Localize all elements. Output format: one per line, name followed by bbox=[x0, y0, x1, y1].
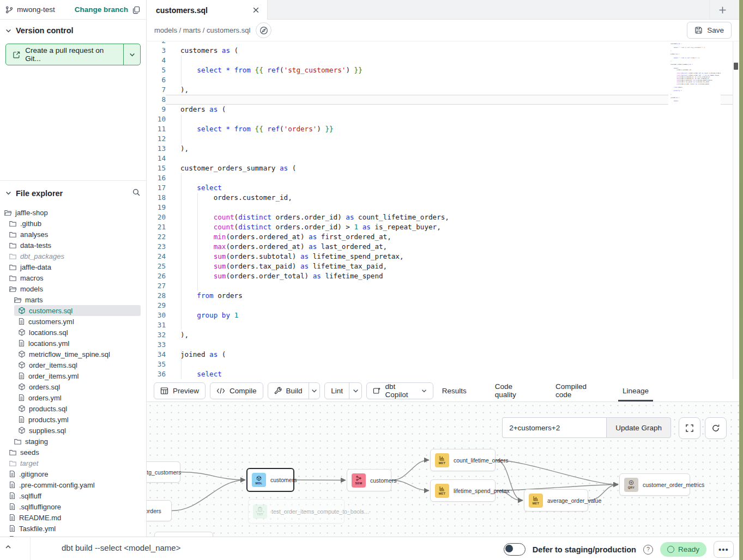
tree-item-Taskfile-yml[interactable]: Taskfile.yml bbox=[0, 523, 146, 534]
lineage-node-tst[interactable]: TSTtest_order_items_compute_to_bools... bbox=[248, 499, 345, 524]
tree-item-jaffle-shop[interactable]: jaffle-shop bbox=[0, 207, 146, 218]
line-number: 25 bbox=[147, 261, 166, 271]
file-icon bbox=[9, 481, 16, 489]
lint-dropdown[interactable] bbox=[349, 383, 361, 399]
tab-code-quality[interactable]: Code quality bbox=[491, 380, 531, 401]
lineage-selector-input[interactable] bbox=[502, 417, 606, 438]
scrollbar-thumb[interactable] bbox=[734, 63, 738, 70]
lineage-panel[interactable]: MDLstg_customersMDLordersMDLcustomersTST… bbox=[147, 401, 739, 537]
dbt-copilot-button[interactable]: dbt Copilot bbox=[366, 382, 433, 399]
tree-item-dbt-packages[interactable]: dbt_packages bbox=[0, 251, 146, 261]
minimap[interactable]: customers as ( select * from {{ ref('stg… bbox=[668, 41, 721, 123]
tab-compiled-code[interactable]: Compiled code bbox=[551, 380, 599, 401]
tree-item-order-items-sql[interactable]: order_items.sql bbox=[0, 360, 146, 370]
tree-item-staging[interactable]: staging bbox=[0, 436, 146, 447]
editor-scrollbar[interactable] bbox=[733, 41, 739, 379]
tab-customers-sql[interactable]: customers.sql bbox=[147, 0, 268, 20]
preview-label: Preview bbox=[173, 387, 199, 395]
code-line-13: 13), bbox=[147, 144, 739, 154]
build-button[interactable]: Build bbox=[268, 383, 309, 399]
fullscreen-button[interactable] bbox=[679, 417, 700, 439]
command-input[interactable]: dbt build --select <model_name> bbox=[62, 543, 180, 552]
code-line-5: 5 select * from {{ ref('stg_customers') … bbox=[147, 65, 739, 75]
model-icon bbox=[18, 307, 26, 314]
branch-row: mwong-test Change branch bbox=[0, 0, 146, 20]
tree-item-jaffle-data[interactable]: jaffle-data bbox=[0, 261, 146, 272]
tree-item-models[interactable]: models bbox=[0, 283, 146, 294]
copy-icon[interactable] bbox=[132, 5, 141, 14]
code-line-18: 18 orders.customer_id, bbox=[147, 193, 739, 203]
help-icon[interactable]: ? bbox=[643, 545, 653, 555]
code-line-32: 32), bbox=[147, 330, 739, 340]
toggle-knob bbox=[505, 545, 513, 552]
tree-item-order-items-yml[interactable]: order_items.yml bbox=[0, 370, 146, 381]
version-control-header[interactable]: Version control bbox=[5, 26, 141, 35]
more-options-button[interactable]: ••• bbox=[714, 541, 734, 558]
line-number: 36 bbox=[147, 369, 166, 379]
lineage-node-com[interactable]: QRYcustomer_order_metrics bbox=[619, 473, 690, 496]
search-icon[interactable] bbox=[132, 188, 141, 198]
line-number: 11 bbox=[147, 124, 166, 134]
lineage-node-stg[interactable]: MDLstg_customers bbox=[147, 461, 180, 483]
tree-item--pre-commit-config-yaml[interactable]: .pre-commit-config.yaml bbox=[0, 479, 146, 490]
update-graph-button[interactable]: Update Graph bbox=[606, 417, 671, 438]
tree-item--github[interactable]: .github bbox=[0, 218, 146, 229]
tree-item-locations-sql[interactable]: locations.sql bbox=[0, 327, 146, 338]
tree-item-seeds[interactable]: seeds bbox=[0, 447, 146, 458]
tree-item-locations-yml[interactable]: locations.yml bbox=[0, 338, 146, 349]
tree-item-products-sql[interactable]: products.sql bbox=[0, 403, 146, 414]
tree-item-orders-yml[interactable]: orders.yml bbox=[0, 392, 146, 403]
preview-button[interactable]: Preview bbox=[154, 382, 206, 399]
lineage-node-sem[interactable]: SEMcustomers bbox=[347, 469, 391, 491]
defer-toggle[interactable] bbox=[504, 543, 525, 556]
tree-item-products-yml[interactable]: products.yml bbox=[0, 414, 146, 425]
lint-button[interactable]: Lint bbox=[325, 383, 349, 399]
tab-results[interactable]: Results bbox=[438, 380, 471, 401]
tree-item-customers-yml[interactable]: customers.yml bbox=[0, 316, 146, 327]
defer-label: Defer to staging/production bbox=[533, 545, 636, 554]
code-line-24: 24 sum(orders.subtotal) as lifetime_spen… bbox=[147, 252, 739, 261]
tree-item-customers-sql[interactable]: customers.sql bbox=[14, 305, 141, 316]
line-number: 34 bbox=[147, 350, 166, 360]
tree-item--gitignore[interactable]: .gitignore bbox=[0, 468, 146, 479]
tree-item-metricflow-time-spine-sql[interactable]: metricflow_time_spine.sql bbox=[0, 349, 146, 360]
node-label: customers bbox=[370, 477, 396, 484]
build-dropdown[interactable] bbox=[309, 383, 320, 399]
new-tab-button[interactable] bbox=[709, 0, 735, 20]
collapse-chevron-icon[interactable] bbox=[4, 543, 12, 552]
lineage-node-avg[interactable]: METaverage_order_value bbox=[524, 489, 588, 512]
tree-item-supplies-sql[interactable]: supplies.sql bbox=[0, 425, 146, 436]
tree-item--sqlfluff[interactable]: .sqlfluff bbox=[0, 490, 146, 501]
tree-item-analyses[interactable]: analyses bbox=[0, 229, 146, 240]
node-label: lifetime_spend_pretax bbox=[454, 488, 510, 494]
tree-item-target[interactable]: target bbox=[0, 458, 146, 468]
tab-lineage[interactable]: Lineage bbox=[618, 380, 653, 401]
tree-item-README-md[interactable]: README.md bbox=[0, 512, 146, 523]
line-number: 4 bbox=[147, 56, 166, 65]
line-number: 28 bbox=[147, 291, 166, 301]
close-icon[interactable] bbox=[252, 7, 259, 14]
tree-item-label: data-tests bbox=[20, 241, 51, 249]
code-line-3: 3customers as ( bbox=[147, 46, 739, 56]
code-editor[interactable]: 23customers as (45 select * from {{ ref(… bbox=[147, 41, 739, 379]
editor-area: customers.sql models / marts / customers… bbox=[147, 0, 739, 537]
compile-button[interactable]: Compile bbox=[210, 382, 263, 399]
tree-item-orders-sql[interactable]: orders.sql bbox=[0, 381, 146, 392]
change-branch-link[interactable]: Change branch bbox=[75, 5, 128, 14]
tree-item-marts[interactable]: marts bbox=[0, 294, 146, 305]
code-line-17: 17 select bbox=[147, 183, 739, 193]
tree-item--sqlfluffignore[interactable]: .sqlfluffignore bbox=[0, 501, 146, 512]
lineage-node-lsp[interactable]: METlifetime_spend_pretax bbox=[430, 479, 496, 502]
lineage-node-ord[interactable]: MDLorders bbox=[147, 500, 172, 521]
tree-item-data-tests[interactable]: data-tests bbox=[0, 240, 146, 251]
breadcrumb: models / marts / customers.sql bbox=[154, 26, 250, 34]
compass-icon[interactable] bbox=[256, 22, 271, 38]
create-pull-request-button[interactable]: Create a pull request on Git... bbox=[5, 44, 141, 65]
lineage-node-clo[interactable]: METcount_lifetime_orders bbox=[430, 449, 496, 471]
file-explorer-header[interactable]: File explorer bbox=[0, 181, 146, 203]
refresh-button[interactable] bbox=[705, 417, 727, 439]
lineage-node-mdl[interactable]: MDLcustomers bbox=[246, 468, 294, 492]
save-button[interactable]: Save bbox=[687, 22, 732, 39]
pr-button-dropdown[interactable] bbox=[124, 44, 140, 65]
tree-item-macros[interactable]: macros bbox=[0, 272, 146, 283]
